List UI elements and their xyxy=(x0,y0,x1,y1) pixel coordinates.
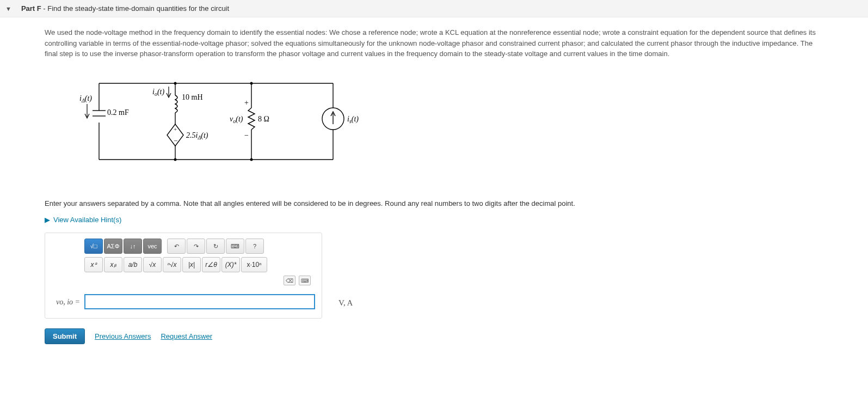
answer-area: √□ ΑΣΦ ↓↑ vec ↶ ↷ ↻ ⌨ ? xᵃ xᵦ a/b √x ⁿ√x… xyxy=(45,233,823,319)
svg-point-18 xyxy=(250,82,253,84)
abs-button[interactable]: |x| xyxy=(182,257,201,272)
reset-button[interactable]: ↻ xyxy=(206,239,225,254)
answer-input[interactable] xyxy=(84,294,315,309)
vec-button[interactable]: vec xyxy=(143,239,162,254)
part-header[interactable]: ▼ Part F - Find the steady-state time-do… xyxy=(0,0,868,17)
circuit-res: 8 Ω xyxy=(258,115,269,123)
request-answer-link[interactable]: Request Answer xyxy=(161,331,212,342)
arrows-button[interactable]: ↓↑ xyxy=(124,239,142,254)
nroot-button[interactable]: ⁿ√x xyxy=(163,257,181,272)
help-button[interactable]: ? xyxy=(245,239,264,254)
keyboard-toggle-button[interactable]: ⌨ xyxy=(299,276,311,285)
part-title: - Find the steady-state time-domain quan… xyxy=(41,4,229,13)
answer-label: vo, io = xyxy=(52,296,80,308)
circuit-figure: iΔ(t) 0.2 mF io(t) 10 mH + − 2.5iΔ(t) + … xyxy=(77,72,823,179)
conjugate-button[interactable]: (X)* xyxy=(221,257,240,272)
svg-text:+: + xyxy=(174,126,177,132)
greek-button[interactable]: ΑΣΦ xyxy=(104,239,122,254)
phasor-button[interactable]: r∠θ xyxy=(202,257,220,272)
svg-text:−: − xyxy=(244,131,249,139)
hints-label: View Available Hint(s) xyxy=(53,215,121,225)
mini-controls: ⌫ ⌨ xyxy=(52,276,311,285)
part-label: Part F xyxy=(21,4,41,13)
undo-button[interactable]: ↶ xyxy=(167,239,186,254)
instruction-text: Enter your answers separated by a comma.… xyxy=(45,198,823,209)
svg-text:+: + xyxy=(244,99,249,107)
circuit-cap: 0.2 mF xyxy=(107,108,129,117)
answer-units: V, A xyxy=(338,297,353,309)
template-toolbar: xᵃ xᵦ a/b √x ⁿ√x |x| r∠θ (X)* x·10ⁿ xyxy=(84,257,315,272)
collapse-caret-icon[interactable]: ▼ xyxy=(5,5,11,12)
fraction-button[interactable]: a/b xyxy=(124,257,142,272)
action-row: Submit Previous Answers Request Answer xyxy=(45,328,823,344)
description-text: We used the node-voltage method in the f… xyxy=(45,27,823,59)
svg-point-19 xyxy=(174,158,177,161)
part-title-container: Part F - Find the steady-state time-doma… xyxy=(21,4,229,13)
main-toolbar: √□ ΑΣΦ ↓↑ vec ↶ ↷ ↻ ⌨ ? xyxy=(84,239,315,254)
svg-text:io(t): io(t) xyxy=(152,88,164,97)
svg-text:−: − xyxy=(174,137,177,145)
sqrt-button[interactable]: √x xyxy=(143,257,162,272)
answer-row: vo, io = xyxy=(52,294,315,309)
superscript-button[interactable]: xᵃ xyxy=(84,257,103,272)
svg-point-20 xyxy=(250,158,253,161)
svg-point-17 xyxy=(174,82,177,84)
svg-text:is(t): is(t) xyxy=(347,115,359,124)
templates-button[interactable]: √□ xyxy=(84,239,103,254)
circuit-i-delta: iΔ(t) xyxy=(79,94,92,103)
circuit-dep-src: 2.5iΔ(t) xyxy=(186,131,208,141)
previous-answers-link[interactable]: Previous Answers xyxy=(95,331,151,342)
svg-text:vo(t): vo(t) xyxy=(230,115,243,124)
view-hints-link[interactable]: ▶ View Available Hint(s) xyxy=(45,215,121,225)
backspace-button[interactable]: ⌫ xyxy=(284,276,296,285)
redo-button[interactable]: ↷ xyxy=(187,239,205,254)
caret-right-icon: ▶ xyxy=(45,215,50,225)
equation-editor: √□ ΑΣΦ ↓↑ vec ↶ ↷ ↻ ⌨ ? xᵃ xᵦ a/b √x ⁿ√x… xyxy=(45,233,322,319)
scientific-button[interactable]: x·10ⁿ xyxy=(241,257,267,272)
submit-button[interactable]: Submit xyxy=(45,328,85,344)
subscript-button[interactable]: xᵦ xyxy=(104,257,122,272)
keyboard-button[interactable]: ⌨ xyxy=(226,239,244,254)
content-area: We used the node-voltage method in the f… xyxy=(0,17,868,354)
circuit-ind: 10 mH xyxy=(182,93,203,101)
